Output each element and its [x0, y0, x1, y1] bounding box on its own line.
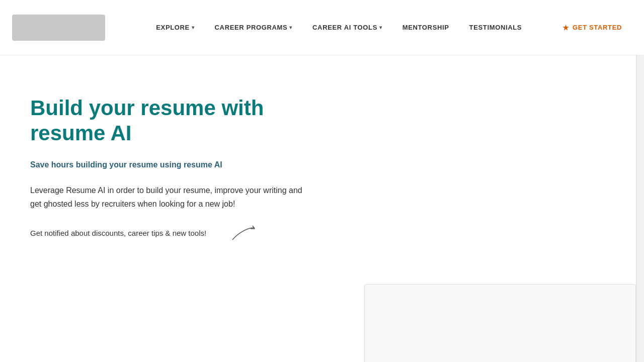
nav-item-career-programs[interactable]: CAREER PROGRAMS ▾	[207, 20, 300, 35]
star-icon: ★	[562, 24, 570, 32]
hero-subtitle: Save hours building your resume using re…	[30, 160, 312, 169]
chevron-down-icon: ▾	[289, 25, 292, 30]
nav-item-testimonials[interactable]: TESTIMONIALS	[461, 20, 530, 35]
nav-label-mentorship: MENTORSHIP	[403, 24, 449, 31]
logo[interactable]	[12, 15, 105, 41]
nav-item-career-ai-tools[interactable]: CAREER AI TOOLS ▾	[304, 20, 390, 35]
logo-area	[12, 15, 105, 41]
get-started-label: GET STARTED	[573, 24, 622, 31]
nav-label-testimonials: TESTIMONIALS	[469, 24, 522, 31]
hero-section: Build your resume with resume AI Save ho…	[0, 55, 342, 237]
hero-description: Leverage Resume AI in order to build you…	[30, 184, 312, 211]
chevron-down-icon: ▾	[192, 25, 195, 30]
chevron-down-icon: ▾	[379, 25, 382, 30]
nav-label-career-ai-tools: CAREER AI TOOLS	[312, 24, 377, 31]
notification-text: Get notified about discounts, career tip…	[30, 229, 206, 237]
arrow-icon	[231, 225, 257, 242]
preview-card	[364, 284, 636, 362]
nav-item-explore[interactable]: EXPLORE ▾	[148, 20, 202, 35]
nav-item-mentorship[interactable]: MENTORSHIP	[394, 20, 457, 35]
hero-title: Build your resume with resume AI	[30, 96, 312, 146]
nav-label-explore: EXPLORE	[156, 24, 190, 31]
navbar: EXPLORE ▾ CAREER PROGRAMS ▾ CAREER AI TO…	[0, 0, 644, 55]
nav-links: EXPLORE ▾ CAREER PROGRAMS ▾ CAREER AI TO…	[125, 20, 552, 35]
nav-label-career-programs: CAREER PROGRAMS	[215, 24, 288, 31]
get-started-button[interactable]: ★ GET STARTED	[552, 19, 632, 37]
notification-row: Get notified about discounts, career tip…	[30, 229, 312, 237]
